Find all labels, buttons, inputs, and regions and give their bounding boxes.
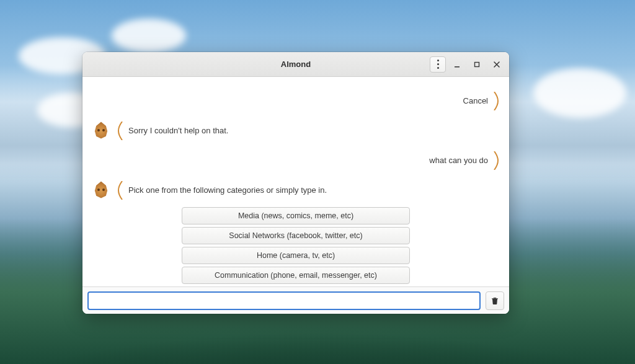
desktop-wallpaper: Almond <box>0 0 635 364</box>
category-button-social[interactable]: Social Networks (facebook, twitter, etc) <box>182 227 410 244</box>
bubble-tick-icon <box>493 151 499 170</box>
bot-message-text: Sorry I couldn't help on that. <box>128 122 228 140</box>
maximize-icon <box>473 61 481 68</box>
chat-row-user: what can you do <box>92 151 499 170</box>
bot-message-text: Pick one from the following categories o… <box>128 181 327 200</box>
menu-button[interactable] <box>430 56 446 73</box>
input-bar <box>82 286 509 314</box>
close-icon <box>493 61 500 68</box>
trash-icon <box>491 296 499 305</box>
app-window: Almond <box>82 52 509 314</box>
minimize-icon <box>453 61 461 68</box>
almond-avatar-icon <box>92 181 110 198</box>
chat-row-bot: Sorry I couldn't help on that. <box>92 122 499 140</box>
user-message-text: Cancel <box>463 92 488 110</box>
user-message-text: what can you do <box>429 151 488 170</box>
category-button-media[interactable]: Media (news, comics, meme, etc) <box>182 207 410 224</box>
bubble-tick-icon <box>117 122 123 140</box>
svg-rect-0 <box>455 66 460 68</box>
almond-avatar-icon <box>92 122 110 139</box>
titlebar: Almond <box>82 52 509 77</box>
category-button-list: Media (news, comics, meme, etc) Social N… <box>182 207 410 286</box>
clear-button[interactable] <box>486 291 504 310</box>
svg-rect-1 <box>475 62 479 66</box>
category-button-home[interactable]: Home (camera, tv, etc) <box>182 247 410 264</box>
bubble-tick-icon <box>117 181 123 200</box>
minimize-button[interactable] <box>448 56 466 73</box>
message-input[interactable] <box>87 291 481 310</box>
chat-row-user: Cancel <box>92 92 499 110</box>
chat-scroll-area: Cancel Sorry I couldn't help on that. wh… <box>82 77 509 286</box>
maximize-button[interactable] <box>468 56 486 73</box>
close-button[interactable] <box>488 56 505 73</box>
category-button-communication[interactable]: Communication (phone, email, messenger, … <box>182 267 410 284</box>
kebab-icon <box>437 60 439 69</box>
bubble-tick-icon <box>493 92 499 110</box>
chat-row-bot: Pick one from the following categories o… <box>92 181 499 200</box>
